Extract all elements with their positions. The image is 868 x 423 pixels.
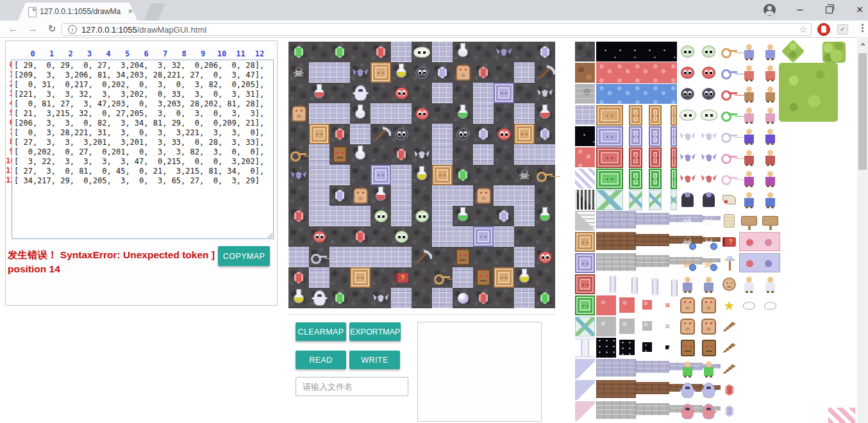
tileset-tile — [596, 401, 636, 419]
bookmark-star-icon[interactable]: ☆ — [799, 24, 807, 35]
col-header: 10 — [215, 49, 229, 58]
tileset-tile — [779, 63, 838, 122]
copymap-button[interactable]: COPYMAP — [218, 246, 270, 266]
hum-icon — [744, 171, 754, 186]
tileset-tile — [596, 295, 616, 315]
tileset-tile — [669, 384, 703, 392]
tileset-tile — [596, 147, 623, 168]
tileset-sprite-parch — [719, 211, 739, 231]
close-button[interactable]: × — [849, 0, 868, 19]
page-scrollbar-thumb[interactable] — [858, 53, 867, 170]
map-tile — [330, 42, 350, 62]
tileset-tile — [822, 42, 846, 63]
adblock-extension-icon[interactable] — [817, 23, 830, 36]
hum-icon — [704, 361, 714, 376]
vamp-icon — [703, 193, 715, 207]
map-tile — [288, 288, 309, 308]
info-icon[interactable]: i — [68, 25, 77, 34]
scrollbar-up-arrow-icon[interactable] — [860, 42, 865, 46]
tileset-tile — [596, 211, 636, 229]
tileset-tile — [636, 255, 669, 267]
gem-sprite — [294, 272, 303, 284]
address-bar[interactable]: i 127.0.0.1:1055/drawMapGUI.html ☆ — [62, 23, 812, 36]
star-icon: ★ — [719, 295, 739, 315]
tileset-sprite-hum — [760, 63, 780, 83]
restore-button[interactable] — [819, 0, 839, 19]
map-tile — [514, 62, 535, 83]
filename-input[interactable] — [296, 377, 408, 396]
map-tile — [371, 83, 391, 103]
tileset-tile — [596, 105, 623, 126]
map-tile — [309, 226, 330, 247]
flask-sprite — [458, 47, 468, 57]
read-button[interactable]: READ — [296, 351, 346, 369]
tileset-tile — [596, 338, 616, 358]
exportmap-button[interactable]: EXPORTMAP — [349, 322, 401, 341]
medal-icon — [722, 278, 736, 291]
tileset-tile — [671, 126, 677, 147]
browser-tab[interactable]: 127.0.0.1:1055/drawMa × — [18, 3, 137, 21]
new-tab-button[interactable] — [144, 3, 165, 21]
key-icon — [721, 69, 738, 77]
tileset-sprite-slime — [699, 105, 719, 125]
flask-sprite — [540, 212, 550, 221]
profile-icon[interactable] — [764, 4, 776, 16]
ball-sprite — [395, 87, 408, 99]
scrollh-icon — [722, 195, 736, 204]
tab-close-icon[interactable]: × — [128, 6, 133, 16]
map-tile — [432, 267, 453, 288]
tileset-sprite-hum — [760, 42, 780, 62]
hum-icon — [765, 192, 775, 207]
tileset-sprite-vamp — [699, 190, 719, 210]
tileset-tile — [669, 236, 703, 244]
tileset-sprite-bat — [699, 126, 719, 146]
skelshield-icon: ☠ — [699, 253, 719, 273]
map-tile — [473, 124, 494, 144]
tileset-sprite-ball — [678, 84, 697, 104]
reload-button[interactable]: ↻ — [44, 21, 60, 37]
forward-button[interactable]: → — [24, 21, 41, 37]
map-data-textarea[interactable] — [12, 60, 274, 239]
map-tile — [288, 206, 309, 226]
bat-sprite — [373, 293, 388, 303]
flask-sprite — [519, 273, 530, 283]
map-tile — [473, 185, 494, 206]
blob-icon — [764, 302, 776, 310]
tileset-tile — [619, 297, 635, 313]
map-tile — [514, 267, 535, 288]
map-canvas[interactable]: ☠☠? — [288, 42, 555, 308]
map-tile — [309, 124, 330, 144]
map-tile — [494, 144, 514, 165]
checkmark-extension-icon[interactable]: ✓ — [837, 24, 848, 35]
map-tile — [473, 206, 494, 226]
write-button[interactable]: WRITE — [349, 351, 400, 369]
tileset-tile — [629, 190, 642, 210]
clearmap-button[interactable]: CLEARMAP — [296, 322, 346, 341]
map-tile — [391, 288, 412, 308]
map-tile — [309, 62, 330, 83]
ball-icon — [702, 46, 715, 58]
map-tile — [371, 267, 391, 288]
bat-sprite — [537, 88, 553, 98]
tileset-tile — [619, 340, 635, 355]
map-tile — [432, 62, 453, 83]
book-icon: ? — [722, 237, 736, 247]
map-tile — [535, 83, 555, 103]
tileset-tile — [575, 169, 595, 188]
map-tile — [453, 247, 473, 267]
tileset-tile — [596, 42, 677, 62]
bat-icon — [701, 153, 717, 163]
map-tile — [288, 185, 309, 206]
tileset-sprite-ball — [699, 84, 719, 104]
map-tile — [453, 288, 473, 308]
back-button[interactable]: ← — [5, 21, 22, 37]
tileset-sprite-slime — [678, 105, 697, 125]
map-tile — [350, 247, 371, 267]
tileset-sprite-bat — [678, 126, 697, 146]
tileset-tile — [649, 190, 662, 210]
tileset-sprite-pillar — [664, 278, 684, 298]
tileset-tile — [575, 253, 595, 273]
minimize-button[interactable]: – — [790, 0, 810, 19]
menu-icon[interactable] — [862, 24, 864, 26]
map-tile — [535, 267, 555, 288]
